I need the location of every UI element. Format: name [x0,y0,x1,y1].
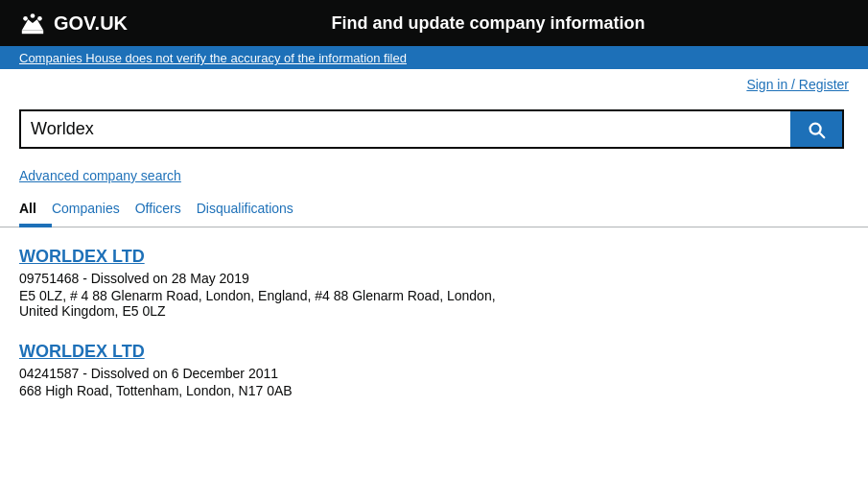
list-item: WORLDEX LTD 09751468 - Dissolved on 28 M… [19,247,849,319]
company-name-link[interactable]: WORLDEX LTD [19,247,145,267]
tab-companies[interactable]: Companies [52,193,135,227]
company-address: 668 High Road, Tottenham, London, N17 0A… [19,383,849,398]
crown-icon [19,10,46,36]
svg-point-1 [31,13,35,18]
search-box [19,109,844,149]
gov-logo: GOV.UK [19,10,128,36]
list-item: WORLDEX LTD 04241587 - Dissolved on 6 De… [19,342,849,398]
tab-disqualifications[interactable]: Disqualifications [197,193,309,227]
advanced-search-container: Advanced company search [0,158,868,193]
advanced-search-link[interactable]: Advanced company search [19,168,181,183]
gov-logo-text: GOV.UK [54,12,128,35]
info-banner: Companies House does not verify the accu… [0,46,868,69]
tab-all[interactable]: All [19,193,52,227]
search-input[interactable] [21,111,790,147]
svg-point-2 [37,16,42,21]
results-container: WORLDEX LTD 09751468 - Dissolved on 28 M… [0,227,868,441]
svg-point-0 [23,16,28,21]
svg-marker-3 [22,19,43,30]
company-meta: 04241587 - Dissolved on 6 December 2011 [19,366,849,381]
gov-header: GOV.UK Find and update company informati… [0,0,868,46]
company-address: E5 0LZ, # 4 88 Glenarm Road, London, Eng… [19,288,849,319]
header-title: Find and update company information [128,13,849,34]
svg-rect-4 [22,30,43,34]
search-area [0,100,868,158]
tab-officers[interactable]: Officers [135,193,197,227]
search-button[interactable] [790,111,842,147]
search-icon [806,119,827,140]
company-name-link[interactable]: WORLDEX LTD [19,342,145,362]
company-meta: 09751468 - Dissolved on 28 May 2019 [19,271,849,286]
signin-link[interactable]: Sign in / Register [746,77,849,92]
tabs-container: All Companies Officers Disqualifications [0,193,868,227]
top-bar: Sign in / Register [0,69,868,100]
info-banner-link[interactable]: Companies House does not verify the accu… [19,51,407,65]
